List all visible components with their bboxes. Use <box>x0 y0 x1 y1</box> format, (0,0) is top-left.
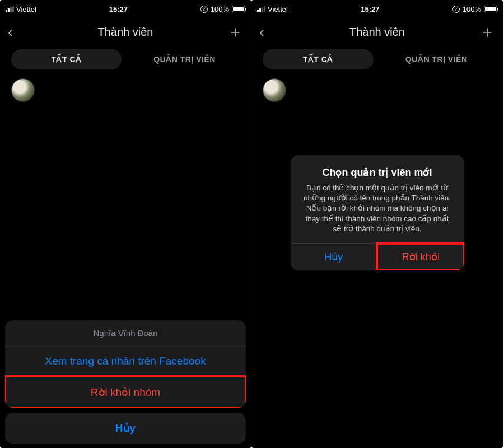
action-sheet-group: Nghĩa Vĩnh Đoàn Xem trang cá nhân trên F… <box>5 320 246 408</box>
add-button[interactable]: ＋ <box>223 21 251 43</box>
back-button[interactable]: ‹ <box>0 24 28 41</box>
alert-dialog: Chọn quản trị viên mới Bạn có thể chọn m… <box>291 155 464 270</box>
alert-message: Bạn có thể chọn một quản trị viên mới từ… <box>301 183 454 234</box>
alert-title: Chọn quản trị viên mới <box>301 166 454 179</box>
leave-group-button[interactable]: Rời khỏi nhóm <box>5 376 246 408</box>
cancel-button[interactable]: Hủy <box>5 413 246 444</box>
alert-cancel-button[interactable]: Hủy <box>291 244 377 270</box>
phone-right: Viettel 15:27 100% ‹ Thành viên ＋ TẤT CẢ… <box>251 0 503 448</box>
dual-screenshot: Viettel 15:27 100% ‹ Thành viên ＋ TẤT CẢ… <box>0 0 504 448</box>
clock-label: 15:27 <box>109 5 128 13</box>
avatar <box>11 78 35 102</box>
carrier-label: Viettel <box>16 5 36 13</box>
nav-header: ‹ Thành viên ＋ <box>0 18 251 46</box>
alert-leave-button[interactable]: Rời khỏi <box>377 244 464 270</box>
page-title: Thành viên <box>28 26 223 39</box>
tab-admins[interactable]: QUẢN TRỊ VIÊN <box>129 49 240 69</box>
status-bar: Viettel 15:27 100% <box>0 0 251 18</box>
alert-backdrop: Chọn quản trị viên mới Bạn có thể chọn m… <box>251 0 503 448</box>
view-profile-button[interactable]: Xem trang cá nhân trên Facebook <box>5 346 246 376</box>
member-row[interactable] <box>0 75 251 105</box>
tab-all[interactable]: TẤT CẢ <box>11 49 122 69</box>
alert-buttons: Hủy Rời khỏi <box>291 243 464 270</box>
sheet-title: Nghĩa Vĩnh Đoàn <box>5 320 246 346</box>
status-right: 100% <box>200 5 245 13</box>
signal-icon <box>6 6 14 12</box>
phone-left: Viettel 15:27 100% ‹ Thành viên ＋ TẤT CẢ… <box>0 0 251 448</box>
status-left: Viettel <box>6 5 36 13</box>
action-sheet: Nghĩa Vĩnh Đoàn Xem trang cá nhân trên F… <box>5 320 246 444</box>
battery-icon <box>232 6 245 12</box>
alert-body: Chọn quản trị viên mới Bạn có thể chọn m… <box>291 155 464 243</box>
battery-pct: 100% <box>211 5 229 13</box>
tabs: TẤT CẢ QUẢN TRỊ VIÊN <box>0 46 251 75</box>
alarm-icon <box>200 6 208 13</box>
